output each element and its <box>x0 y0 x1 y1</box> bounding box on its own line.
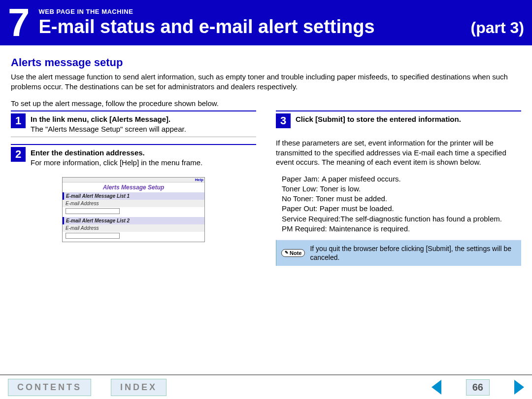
step-2: 2 Enter the destination addresses. For m… <box>11 144 256 170</box>
event-label: Paper Jam: <box>282 174 322 184</box>
screenshot-group1-header: E-mail Alert Message List 1 <box>63 192 204 200</box>
event-list: Paper Jam: A paper misfeed occurs. Toner… <box>276 174 521 234</box>
event-label: Service Required: <box>282 214 340 224</box>
event-desc: The self-diagnostic function has found a… <box>340 214 521 224</box>
note-badge-label: Note <box>290 250 301 256</box>
event-desc: A paper misfeed occurs. <box>322 174 521 184</box>
note-badge: ✎Note <box>281 249 305 257</box>
header-text-block: WEB PAGE IN THE MACHINE E-mail status an… <box>36 0 532 45</box>
step-3: 3 Click [Submit] to store the entered in… <box>276 110 521 131</box>
screenshot-group2-header: E-mail Alert Message List 2 <box>63 217 204 224</box>
screenshot-input-1 <box>66 208 120 214</box>
chapter-header: 7 WEB PAGE IN THE MACHINE E-mail status … <box>0 0 532 45</box>
step-desc: The "Alerts Message Setup" screen will a… <box>31 124 186 134</box>
alerts-setup-screenshot: Help Alerts Message Setup E-mail Alert M… <box>62 177 205 242</box>
event-desc: Toner is low. <box>320 184 521 194</box>
next-page-arrow-icon[interactable] <box>514 380 524 395</box>
screenshot-input-2 <box>66 233 120 239</box>
chapter-number: 7 <box>0 0 36 45</box>
screenshot-help-link: Help <box>195 178 203 182</box>
event-label: Paper Out: <box>282 204 320 214</box>
page-number: 66 <box>466 379 490 396</box>
step-number-badge: 2 <box>11 147 26 162</box>
main-content: Alerts message setup Use the alert messa… <box>0 45 532 266</box>
step-title: In the link menu, click [Alerts Message]… <box>31 114 186 124</box>
step-number-badge: 3 <box>276 113 291 128</box>
page-part: (part 3) <box>471 19 524 37</box>
screenshot-row-label: E-mail Address <box>63 200 204 207</box>
explanation-paragraph: If these parameters are set, event infor… <box>276 138 521 167</box>
screenshot-title: Alerts Message Setup <box>63 182 204 192</box>
note-text: If you quit the browser before clicking … <box>310 244 516 262</box>
step-desc: For more information, click [Help] in th… <box>31 158 202 168</box>
event-label: Toner Low: <box>282 184 320 194</box>
footer-bar: CONTENTS INDEX 66 <box>0 374 532 399</box>
step-1: 1 In the link menu, click [Alerts Messag… <box>11 110 256 137</box>
screenshot-row-label: E-mail Address <box>63 224 204 232</box>
right-column: 3 Click [Submit] to store the entered in… <box>276 110 521 266</box>
step-title: Enter the destination addresses. <box>31 148 202 158</box>
event-label: PM Required: <box>282 224 329 234</box>
left-column: 1 In the link menu, click [Alerts Messag… <box>11 110 256 266</box>
step-title: Click [Submit] to store the entered info… <box>296 114 461 124</box>
pencil-icon: ✎ <box>285 250 289 256</box>
section-title: Alerts message setup <box>11 56 521 69</box>
section-intro: Use the alert message function to send a… <box>11 72 521 91</box>
event-label: No Toner: <box>282 194 316 204</box>
event-desc: Maintenance is required. <box>329 224 521 234</box>
chapter-overline: WEB PAGE IN THE MACHINE <box>39 8 532 15</box>
event-desc: Toner must be added. <box>316 194 521 204</box>
note-box: ✎Note If you quit the browser before cli… <box>276 240 521 266</box>
prev-page-arrow-icon[interactable] <box>432 380 441 395</box>
section-subintro: To set up the alert message, follow the … <box>11 99 521 108</box>
step-number-badge: 1 <box>11 113 26 128</box>
page-title: E-mail status and e-mail alert settings <box>39 16 375 37</box>
index-button[interactable]: INDEX <box>111 379 166 396</box>
contents-button[interactable]: CONTENTS <box>8 379 91 396</box>
event-desc: Paper must be loaded. <box>320 204 521 214</box>
